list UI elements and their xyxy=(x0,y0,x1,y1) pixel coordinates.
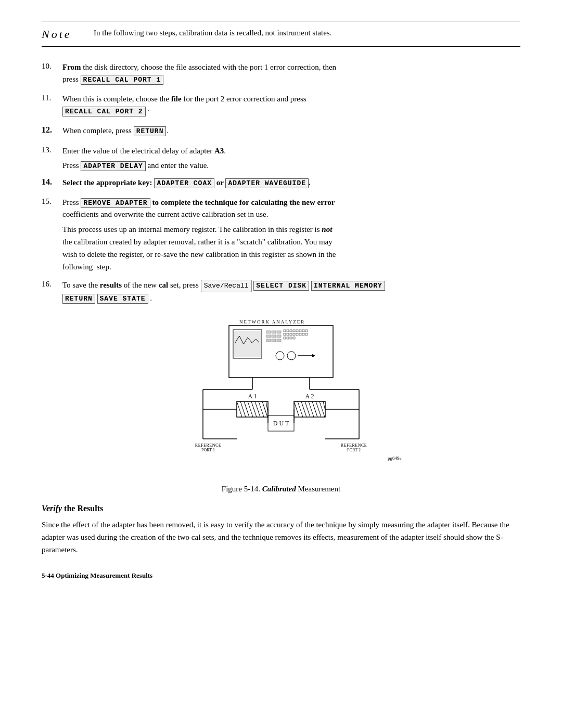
save-recall-button[interactable]: Save/Recall xyxy=(201,280,252,292)
svg-rect-11 xyxy=(287,330,289,332)
step-11-text: When this is complete, choose the file f… xyxy=(62,95,306,103)
diagram-wrapper: NETWORK ANALYZER xyxy=(42,314,520,480)
svg-rect-15 xyxy=(299,330,301,332)
svg-rect-17 xyxy=(305,330,308,332)
ref-port2-label2: PORT 2 xyxy=(347,448,361,452)
svg-rect-18 xyxy=(284,333,286,335)
step-11-content: When this is complete, choose the file f… xyxy=(62,93,520,116)
ref-port1-label: REFERENCE xyxy=(195,443,221,448)
internal-memory-key[interactable]: INTERNAL MEMORY xyxy=(311,281,385,291)
step-16-num: 16. xyxy=(42,279,62,289)
ref-port2-label: REFERENCE xyxy=(341,443,367,448)
svg-rect-29 xyxy=(293,337,295,339)
svg-rect-2 xyxy=(272,331,276,333)
step-13-substep: Press ADAPTER DELAY and enter the value. xyxy=(62,160,520,172)
verify-rest: the Results xyxy=(62,504,103,513)
svg-rect-0 xyxy=(234,331,261,357)
step-12-num: 12. xyxy=(42,125,62,135)
dial-circle2 xyxy=(287,352,296,360)
svg-rect-4 xyxy=(266,335,271,337)
svg-rect-20 xyxy=(290,333,292,335)
svg-rect-10 xyxy=(284,330,286,332)
svg-rect-22 xyxy=(296,333,298,335)
dial-circle xyxy=(276,352,284,360)
recall-cal-port-2-key[interactable]: RECALL CAL PORT 2 xyxy=(62,107,146,116)
ref-port1-label2: PORT 1 xyxy=(201,448,215,452)
svg-rect-6 xyxy=(277,335,281,337)
figure-caption: Figure 5-14. Calibrated Measurement xyxy=(222,485,340,493)
step-10-num: 10. xyxy=(42,61,62,71)
step-10-text-part2: press RECALL CAL PORT 1 xyxy=(62,75,163,83)
step-16: 16. To save the results of the new cal s… xyxy=(42,279,520,304)
step-10-text-part1: From the disk directory, choose the file… xyxy=(62,63,336,71)
step-15: 15. Press REMOVE ADAPTER to complete the… xyxy=(42,197,520,220)
svg-rect-5 xyxy=(272,335,276,337)
svg-rect-27 xyxy=(287,337,289,339)
verify-body: Since the effect of the adapter has been… xyxy=(42,518,520,556)
step-15-paragraph1: This process uses up an internal memory … xyxy=(62,223,520,273)
step-16-content: To save the results of the new cal set, … xyxy=(62,279,520,304)
svg-marker-31 xyxy=(312,354,315,357)
svg-rect-24 xyxy=(302,333,304,335)
step-11-num: 11. xyxy=(42,93,62,102)
select-disk-key[interactable]: SELECT DISK xyxy=(253,281,309,291)
figure-container: NETWORK ANALYZER xyxy=(42,314,520,493)
svg-rect-9 xyxy=(277,339,281,342)
verify-section: Verify the Results Since the effect of t… xyxy=(42,504,520,556)
step-14-num: 14. xyxy=(42,177,62,187)
a1-label: A 1 xyxy=(248,393,257,400)
step-13-content: Enter the value of the electrical delay … xyxy=(62,145,520,157)
svg-rect-28 xyxy=(290,337,292,339)
step-13: 13. Enter the value of the electrical de… xyxy=(42,145,520,157)
figure-caption-num: Figure 5-14. xyxy=(222,485,260,493)
step-12: 12. When complete, press RETURN. xyxy=(42,125,520,137)
note-section: Note In the following two steps, calibra… xyxy=(42,21,520,47)
svg-rect-13 xyxy=(293,330,295,332)
svg-rect-25 xyxy=(305,333,308,335)
svg-rect-16 xyxy=(302,330,304,332)
svg-rect-14 xyxy=(296,330,298,332)
note-label: Note xyxy=(42,27,94,41)
step-14: 14. Select the appropriate key: ADAPTER … xyxy=(42,177,520,189)
verify-bold: Verify xyxy=(42,504,62,513)
figure-caption-bold: Calibrated xyxy=(262,485,296,493)
adapter-waveguide-key[interactable]: ADAPTER WAVEGUIDE xyxy=(225,178,309,188)
adapter-delay-key[interactable]: ADAPTER DELAY xyxy=(81,161,145,171)
figure-caption-rest: Measurement xyxy=(296,485,340,493)
a2-label: A 2 xyxy=(305,393,314,400)
step-13-num: 13. xyxy=(42,145,62,154)
svg-rect-7 xyxy=(266,339,271,342)
page-footer: 5-44 Optimizing Measurement Results xyxy=(42,571,520,580)
step-10-content: From the disk directory, choose the file… xyxy=(62,61,520,85)
svg-rect-3 xyxy=(277,331,281,333)
note-text: In the following two steps, calibration … xyxy=(94,27,520,37)
svg-rect-12 xyxy=(290,330,292,332)
network-analyzer-label: NETWORK ANALYZER xyxy=(239,319,305,324)
remove-adapter-key[interactable]: REMOVE ADAPTER xyxy=(81,198,150,208)
step-15-num: 15. xyxy=(42,197,62,206)
svg-rect-26 xyxy=(284,337,286,339)
network-analyzer-diagram: NETWORK ANALYZER xyxy=(151,314,411,480)
page-id-label: pg649e xyxy=(388,456,402,461)
verify-heading: Verify the Results xyxy=(42,504,520,513)
svg-rect-19 xyxy=(287,333,289,335)
steps-container: 10. From the disk directory, choose the … xyxy=(42,61,520,304)
dut-label: D U T xyxy=(273,420,289,427)
recall-cal-port-1-key[interactable]: RECALL CAL PORT 1 xyxy=(81,75,164,85)
svg-rect-21 xyxy=(293,333,295,335)
step-14-content: Select the appropriate key: ADAPTER COAX… xyxy=(62,177,520,189)
svg-rect-8 xyxy=(272,339,276,342)
svg-rect-1 xyxy=(266,331,271,333)
return-key[interactable]: RETURN xyxy=(134,126,167,136)
footer-text: 5-44 Optimizing Measurement Results xyxy=(42,571,152,579)
svg-rect-23 xyxy=(299,333,301,335)
adapter-coax-key[interactable]: ADAPTER COAX xyxy=(154,178,214,188)
step-11: 11. When this is complete, choose the fi… xyxy=(42,93,520,116)
step-10: 10. From the disk directory, choose the … xyxy=(42,61,520,85)
save-state-key[interactable]: SAVE STATE xyxy=(97,294,148,304)
step-12-content: When complete, press RETURN. xyxy=(62,125,520,137)
return-key2[interactable]: RETURN xyxy=(62,294,95,304)
step-15-content: Press REMOVE ADAPTER to complete the tec… xyxy=(62,197,520,220)
